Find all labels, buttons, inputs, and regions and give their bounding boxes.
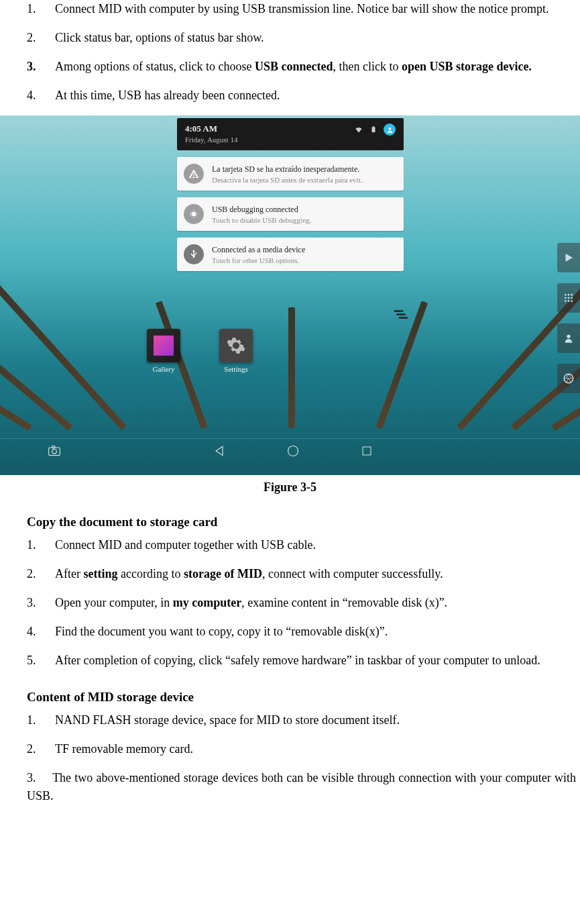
item-number: 1. [27, 0, 55, 18]
status-icons [354, 123, 396, 136]
clock-block: 4:05 AM Friday, August 14 [185, 123, 237, 144]
back-button-icon[interactable] [212, 444, 227, 458]
gear-icon [226, 336, 246, 356]
item-text: Click status bar, options of status bar … [55, 29, 576, 47]
final-paragraph: 3. The two above-mentioned storage devic… [0, 769, 580, 805]
svg-point-7 [568, 300, 570, 302]
list-item: 1. Connect MID with computer by using US… [27, 0, 576, 18]
item-text: Among options of status, click to choose… [55, 58, 576, 76]
list-item: 2. Click status bar, options of status b… [27, 29, 576, 47]
notification-subtitle: Desactiva la tarjeta SD antes de extraer… [212, 176, 396, 184]
navigation-bar [0, 438, 580, 463]
notification-sd-card[interactable]: La tarjeta SD se ha extraído inesperadam… [177, 157, 404, 191]
side-widget-play[interactable] [557, 243, 580, 272]
item-text: Find the document you want to copy, copy… [55, 623, 576, 641]
notification-header[interactable]: 4:05 AM Friday, August 14 [177, 118, 404, 150]
side-widget-camera[interactable] [557, 364, 580, 393]
item-number: 5. [27, 652, 55, 670]
section-title: Copy the document to storage card [27, 515, 580, 529]
svg-rect-22 [363, 447, 371, 455]
svg-point-3 [565, 297, 567, 299]
status-date: Friday, August 14 [185, 136, 237, 144]
item-number: 3. [27, 594, 55, 612]
svg-rect-13 [399, 317, 408, 319]
app-gallery[interactable]: Gallery [143, 329, 184, 373]
side-widget-contacts[interactable] [557, 323, 580, 353]
list-item: 1. NAND FLASH storage device, space for … [27, 711, 576, 729]
svg-point-9 [567, 335, 570, 338]
app-settings[interactable]: Settings [216, 329, 256, 373]
svg-rect-12 [396, 313, 405, 315]
item-text: The two above-mentioned storage devices … [27, 771, 576, 803]
list-item: 1. Connect MID and computer together wit… [27, 536, 576, 554]
notification-subtitle: Touch for other USB options. [212, 256, 396, 264]
content-list: 1. NAND FLASH storage device, space for … [0, 711, 580, 758]
document-page: 1. Connect MID with computer by using US… [0, 0, 580, 832]
item-text: After completion of copying, click “safe… [55, 652, 576, 670]
item-text: Open your computer, in my computer, exam… [55, 594, 576, 612]
notification-media-device[interactable]: Connected as a media device Touch for ot… [177, 238, 404, 271]
grid-icon [563, 293, 574, 303]
svg-rect-14 [372, 127, 375, 132]
item-number: 2. [27, 565, 55, 583]
svg-point-5 [571, 297, 573, 299]
list-item: 2. After setting according to storage of… [27, 565, 576, 583]
notification-panel: 4:05 AM Friday, August 14 La tarjeta SD … [177, 118, 404, 271]
user-avatar-icon[interactable] [384, 123, 396, 136]
device-screenshot: Gallery Settings 4:05 AM Friday, August … [0, 115, 580, 475]
svg-rect-15 [373, 126, 374, 127]
list-item: 5. After completion of copying, click “s… [27, 652, 576, 670]
item-text: At this time, USB has already been conne… [55, 87, 576, 105]
list-item: 2. TF removable memory card. [27, 740, 576, 758]
aperture-icon [563, 372, 575, 384]
svg-point-0 [565, 294, 567, 296]
notification-title: La tarjeta SD se ha extraído inesperadam… [212, 164, 396, 174]
wifi-icon [354, 125, 363, 134]
item-number: 3. [27, 58, 55, 76]
play-icon [563, 252, 575, 264]
svg-point-16 [388, 127, 391, 130]
list-item: 3. Among options of status, click to cho… [27, 58, 576, 76]
section-title: Content of MID storage device [27, 690, 580, 705]
usb-steps-list: 1. Connect MID with computer by using US… [0, 0, 580, 105]
item-number: 1. [27, 711, 55, 729]
notification-usb-debug[interactable]: USB debugging connected Touch to disable… [177, 197, 404, 231]
svg-rect-20 [52, 446, 55, 448]
battery-icon [369, 125, 378, 134]
item-text: Connect MID and computer together with U… [55, 536, 576, 554]
list-item: 3. Open your computer, in my computer, e… [27, 594, 576, 612]
item-text: After setting according to storage of MI… [55, 565, 576, 583]
bug-icon [184, 204, 204, 224]
recent-button-icon[interactable] [359, 444, 374, 458]
notification-title: USB debugging connected [212, 205, 396, 215]
warning-icon [184, 164, 204, 184]
item-text: NAND FLASH storage device, space for MID… [55, 711, 576, 729]
figure-caption: Figure 3-5 [0, 480, 580, 495]
item-number: 2. [27, 29, 55, 47]
side-widget-apps[interactable] [557, 283, 580, 313]
svg-point-21 [288, 446, 298, 456]
item-number: 4. [27, 87, 55, 105]
app-label: Settings [216, 365, 256, 373]
item-number: 1. [27, 536, 55, 554]
clear-all-icon[interactable] [394, 309, 408, 318]
svg-point-4 [568, 297, 570, 299]
item-text: Connect MID with computer by using USB t… [55, 0, 576, 18]
pier-plank [288, 307, 295, 428]
item-number: 2. [27, 740, 55, 758]
item-text: TF removable memory card. [55, 740, 576, 758]
list-item: 4. Find the document you want to copy, c… [27, 623, 576, 641]
svg-point-1 [568, 294, 570, 296]
notification-subtitle: Touch to disable USB debugging. [212, 216, 396, 224]
svg-point-19 [52, 450, 57, 454]
notification-title: Connected as a media device [212, 245, 396, 255]
camera-shortcut-icon[interactable] [47, 444, 62, 458]
item-number: 4. [27, 623, 55, 641]
home-button-icon[interactable] [286, 444, 300, 458]
svg-rect-18 [49, 448, 60, 456]
item-number: 3. [27, 769, 46, 787]
svg-rect-11 [394, 310, 403, 312]
copy-steps-list: 1. Connect MID and computer together wit… [0, 536, 580, 670]
svg-point-2 [571, 294, 573, 296]
app-label: Gallery [143, 365, 184, 373]
